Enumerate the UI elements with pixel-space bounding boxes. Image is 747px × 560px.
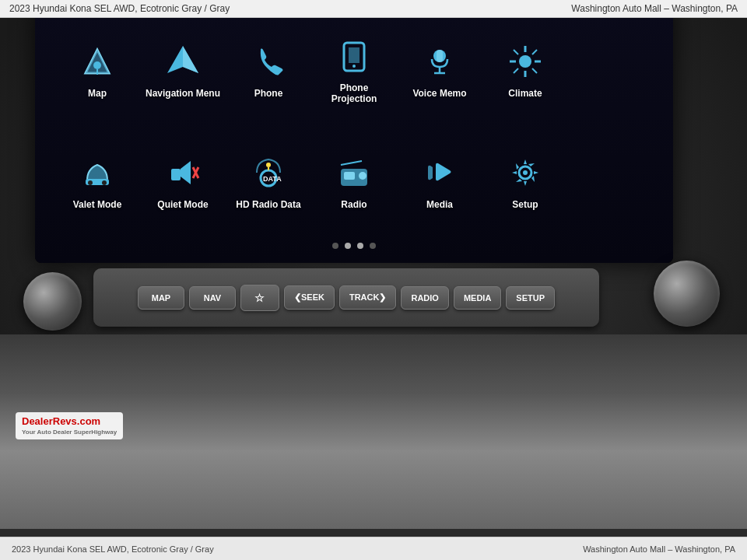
setup-label: Setup	[512, 199, 538, 210]
hd-radio-label: HD Radio Data	[236, 199, 300, 210]
seek-back-button[interactable]: ❮SEEK	[284, 285, 335, 310]
screen-dots	[39, 236, 669, 255]
dealer-tagline: Your Auto Dealer SuperHighway	[22, 429, 117, 436]
svg-line-19	[532, 68, 537, 73]
voice-memo-label: Voice Memo	[412, 88, 466, 99]
hd-radio-icon: DATA	[245, 152, 292, 194]
menu-item-voice-memo[interactable]: Voice Memo	[397, 22, 482, 117]
svg-rect-10	[437, 50, 443, 62]
quiet-icon	[160, 152, 206, 194]
dot-3	[357, 243, 363, 249]
phone-icon	[245, 40, 292, 83]
valet-label: Valet Mode	[73, 199, 122, 210]
header-title: 2023 Hyundai Kona SEL AWD, Ecotronic Gra…	[9, 3, 230, 14]
radio-icon	[331, 152, 377, 194]
menu-item-quiet[interactable]: Quiet Mode	[140, 133, 226, 229]
track-fwd-button[interactable]: TRACK❯	[339, 285, 397, 310]
menu-item-hd-radio[interactable]: DATA HD Radio Data	[226, 133, 311, 229]
svg-point-8	[352, 65, 356, 68]
infotainment-screen: Map Navigation Menu Phone	[35, 6, 673, 263]
menu-grid-row2: Valet Mode Quiet Mode DATA HD Radio Data	[39, 125, 669, 236]
menu-grid-row1: Map Navigation Menu Phone	[39, 14, 669, 125]
media-label: Media	[426, 199, 453, 210]
media-icon	[416, 152, 463, 194]
svg-marker-26	[181, 161, 191, 184]
svg-line-20	[532, 50, 537, 54]
svg-point-2	[93, 61, 101, 69]
svg-point-24	[102, 180, 107, 185]
svg-text:DATA: DATA	[263, 175, 282, 183]
media-button[interactable]: MEDIA	[454, 286, 501, 310]
svg-line-18	[514, 50, 518, 54]
bottom-right: Washington Auto Mall – Washington, PA	[583, 544, 735, 554]
svg-point-35	[359, 172, 366, 180]
map-button[interactable]: MAP	[138, 286, 184, 310]
dot-2	[345, 243, 351, 249]
favorite-button[interactable]: ☆	[240, 285, 279, 311]
phone-label: Phone	[254, 88, 283, 99]
volume-knob[interactable]	[23, 272, 82, 331]
setup-button[interactable]: SETUP	[506, 286, 555, 310]
button-panel: MAP NAV ☆ ❮SEEK TRACK❯ RADIO MEDIA SETUP	[93, 268, 599, 327]
screen-content: Map Navigation Menu Phone	[35, 6, 673, 263]
svg-rect-34	[344, 172, 355, 180]
phone-proj-icon	[331, 35, 377, 78]
climate-icon	[502, 40, 549, 83]
menu-item-empty1	[568, 22, 654, 117]
radio-label: Radio	[341, 199, 366, 210]
menu-item-valet[interactable]: Valet Mode	[54, 133, 140, 229]
nav-button[interactable]: NAV	[189, 286, 236, 310]
menu-item-phone[interactable]: Phone	[226, 22, 311, 117]
svg-rect-25	[171, 169, 181, 180]
bottom-bar: 2023 Hyundai Kona SEL AWD, Ecotronic Gra…	[0, 537, 747, 560]
svg-line-36	[341, 161, 362, 165]
tuner-knob[interactable]	[654, 261, 720, 327]
svg-line-21	[514, 68, 518, 73]
menu-item-radio[interactable]: Radio	[311, 133, 397, 229]
nav-label: Navigation Menu	[146, 88, 220, 99]
climate-label: Climate	[508, 88, 542, 99]
setup-icon	[502, 152, 549, 194]
valet-icon	[74, 152, 121, 194]
svg-point-23	[88, 180, 93, 185]
header-dealer: Washington Auto Mall – Washington, PA	[571, 3, 738, 14]
menu-item-map[interactable]: Map	[54, 22, 140, 117]
dealer-brand: DealerRevs.com	[22, 415, 117, 429]
dot-1	[332, 243, 338, 249]
quiet-label: Quiet Mode	[157, 199, 208, 210]
menu-item-empty2	[568, 133, 654, 229]
nav-icon	[160, 40, 206, 83]
menu-item-nav[interactable]: Navigation Menu	[140, 22, 226, 117]
bottom-left: 2023 Hyundai Kona SEL AWD, Ecotronic Gra…	[12, 544, 214, 554]
menu-item-media[interactable]: Media	[397, 133, 482, 229]
svg-point-13	[519, 55, 531, 68]
dealer-logo: DealerRevs.com Your Auto Dealer SuperHig…	[16, 412, 123, 439]
svg-marker-5	[183, 46, 198, 73]
svg-point-30	[266, 163, 271, 167]
menu-item-climate[interactable]: Climate	[482, 22, 568, 117]
svg-point-38	[523, 170, 528, 175]
svg-rect-7	[349, 47, 359, 63]
phone-proj-label: Phone Projection	[331, 82, 377, 105]
photo-container: Map Navigation Menu Phone	[0, 0, 747, 529]
map-label: Map	[88, 88, 107, 99]
top-bar: 2023 Hyundai Kona SEL AWD, Ecotronic Gra…	[0, 0, 747, 18]
map-icon	[74, 40, 121, 83]
radio-button[interactable]: RADIO	[401, 286, 448, 310]
dot-4	[370, 243, 376, 249]
menu-item-phone-proj[interactable]: Phone Projection	[311, 22, 397, 117]
menu-item-setup[interactable]: Setup	[482, 133, 568, 229]
voice-memo-icon	[416, 40, 463, 83]
